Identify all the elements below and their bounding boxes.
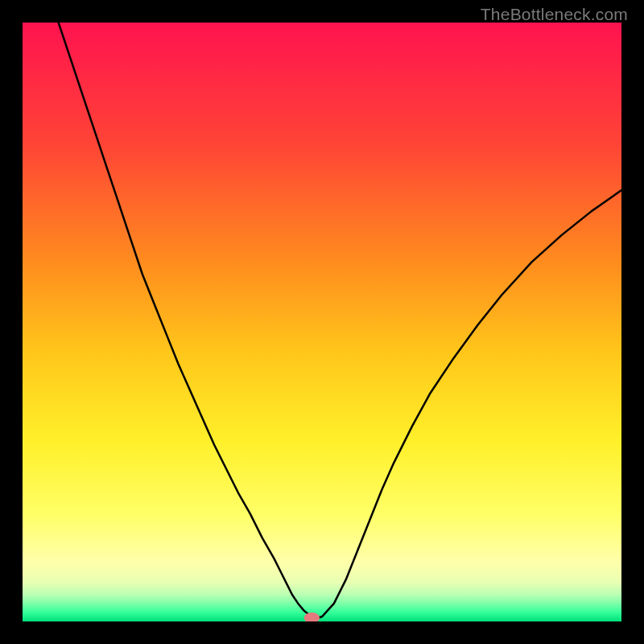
watermark-text: TheBottleneck.com xyxy=(481,5,628,24)
plot-area xyxy=(23,23,621,621)
chart-svg xyxy=(23,23,621,621)
chart-frame: TheBottleneck.com xyxy=(0,0,644,644)
gradient-background xyxy=(23,23,621,621)
